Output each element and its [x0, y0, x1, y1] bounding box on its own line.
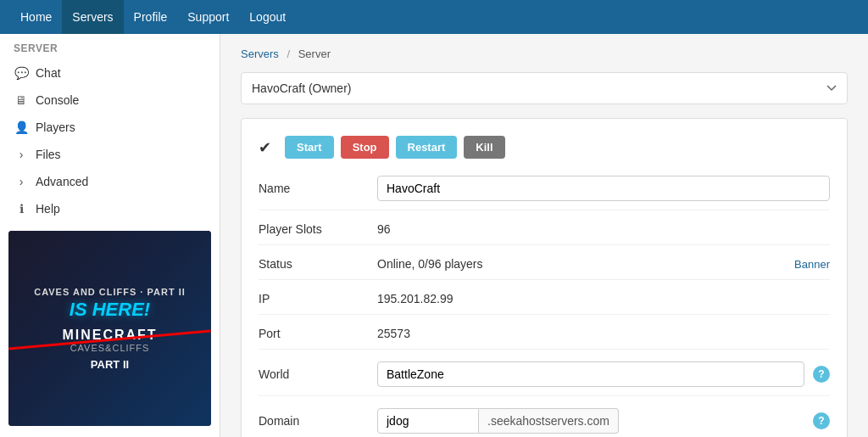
breadcrumb: Servers / Server [241, 48, 848, 60]
world-input[interactable] [377, 361, 804, 387]
status-label: Status [259, 257, 377, 271]
console-icon: 🖥 [14, 93, 29, 107]
sidebar-label-players: Players [36, 120, 75, 134]
main-content: Servers / Server HavoCraft (Owner) ✔ Sta… [220, 34, 868, 437]
port-row: Port 25573 [259, 327, 830, 350]
ad-caves-text: CAVES AND CLIFFS · PART II [34, 287, 186, 297]
check-icon: ✔ [259, 138, 271, 157]
domain-suffix: .seekahostservers.com [479, 408, 619, 434]
ip-row: IP 195.201.82.99 [259, 292, 830, 315]
ip-value: 195.201.82.99 [377, 292, 830, 305]
player-slots-value: 96 [377, 222, 830, 236]
sidebar-label-help: Help [36, 202, 60, 216]
layout: Server 💬 Chat 🖥 Console 👤 Players › File… [0, 34, 868, 437]
name-row: Name [259, 176, 830, 210]
domain-input-group: .seekahostservers.com [377, 408, 804, 434]
ad-here-text: IS HERE! [70, 299, 150, 321]
sidebar-label-console: Console [36, 93, 79, 107]
sidebar-label-chat: Chat [36, 66, 61, 80]
status-value: Online, 0/96 players [377, 257, 794, 271]
server-selector[interactable]: HavoCraft (Owner) [242, 73, 847, 104]
breadcrumb-separator: / [287, 48, 290, 60]
kill-button[interactable]: Kill [464, 136, 504, 159]
content-panel: ✔ Start Stop Restart Kill Name Player Sl… [241, 118, 848, 437]
top-nav: Home Servers Profile Support Logout [0, 0, 868, 34]
sidebar-item-advanced[interactable]: › Advanced [0, 168, 220, 195]
sidebar-ad: CAVES AND CLIFFS · PART II IS HERE! MINE… [8, 231, 211, 426]
player-slots-label: Player Slots [259, 222, 377, 236]
domain-prefix-input[interactable] [377, 408, 479, 434]
stop-button[interactable]: Stop [341, 136, 389, 159]
domain-row: Domain .seekahostservers.com ? [259, 408, 830, 437]
sidebar-section-label: Server [0, 34, 220, 59]
ad-caves-cliffs-text: CAVES&CLIFFS [70, 343, 150, 353]
nav-logout[interactable]: Logout [239, 0, 296, 34]
chat-icon: 💬 [14, 66, 29, 80]
action-bar: ✔ Start Stop Restart Kill [259, 136, 830, 159]
sidebar-item-console[interactable]: 🖥 Console [0, 87, 220, 114]
sidebar-item-players[interactable]: 👤 Players [0, 114, 220, 141]
ip-label: IP [259, 292, 377, 305]
breadcrumb-servers[interactable]: Servers [241, 48, 279, 60]
players-icon: 👤 [14, 120, 29, 134]
status-row: Status Online, 0/96 players Banner [259, 257, 830, 280]
world-help-icon[interactable]: ? [813, 366, 830, 383]
nav-servers[interactable]: Servers [62, 0, 123, 34]
nav-home[interactable]: Home [10, 0, 62, 34]
name-input[interactable] [377, 176, 830, 201]
port-value: 25573 [377, 327, 830, 340]
sidebar-label-advanced: Advanced [36, 175, 88, 188]
files-icon: › [14, 148, 29, 161]
banner-link[interactable]: Banner [794, 258, 830, 271]
name-label: Name [259, 182, 377, 195]
help-icon: ℹ [14, 202, 29, 216]
ad-background: CAVES AND CLIFFS · PART II IS HERE! MINE… [8, 231, 211, 426]
start-button[interactable]: Start [285, 136, 334, 159]
sidebar-label-files: Files [36, 148, 61, 161]
nav-profile[interactable]: Profile [124, 0, 178, 34]
server-selector-wrapper: HavoCraft (Owner) [241, 72, 848, 104]
sidebar: Server 💬 Chat 🖥 Console 👤 Players › File… [0, 34, 220, 437]
world-label: World [259, 367, 377, 381]
sidebar-item-chat[interactable]: 💬 Chat [0, 59, 220, 87]
restart-button[interactable]: Restart [396, 136, 458, 159]
port-label: Port [259, 327, 377, 340]
sidebar-item-files[interactable]: › Files [0, 141, 220, 168]
sidebar-item-help[interactable]: ℹ Help [0, 195, 220, 222]
domain-label: Domain [259, 414, 377, 428]
ad-part-text: PART II [91, 358, 129, 371]
nav-support[interactable]: Support [177, 0, 239, 34]
domain-help-icon[interactable]: ? [813, 412, 830, 429]
advanced-icon: › [14, 175, 29, 188]
player-slots-row: Player Slots 96 [259, 222, 830, 245]
world-row: World ? [259, 361, 830, 396]
breadcrumb-current: Server [298, 48, 331, 60]
